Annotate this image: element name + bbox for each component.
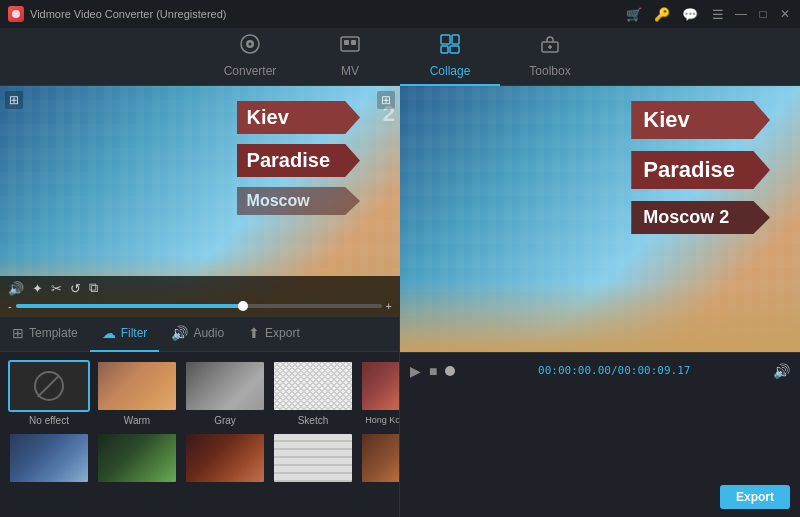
tab-toolbox[interactable]: Toolbox (500, 28, 600, 86)
right-sign-paradise: Paradise (631, 151, 770, 189)
left-panel: Kiev Paradise Moscow 2 ⊞ ⊞ 🔊 ✦ ✂ ↺ ⧉ (0, 86, 400, 517)
filter-hk-thumb[interactable] (360, 360, 399, 412)
filter-r2-4[interactable] (272, 432, 354, 484)
export-tab-icon: ⬆ (248, 325, 260, 341)
right-ctrl-right: 🔊 (773, 363, 790, 379)
stop-icon[interactable]: ■ (429, 363, 437, 379)
time-display: 00:00:00.00/00:00:09.17 (538, 364, 690, 377)
video-controls: 🔊 ✦ ✂ ↺ ⧉ - + (0, 276, 400, 316)
brightness-icon[interactable]: ✦ (32, 281, 43, 296)
right-filter-area: Export (400, 388, 800, 517)
tab-export[interactable]: ⬆ Export (236, 316, 312, 352)
export-tab-label: Export (265, 326, 300, 340)
no-effect-line (37, 375, 60, 398)
sign-paradise: Paradise (237, 144, 360, 177)
progress-bar[interactable] (16, 304, 382, 308)
svg-rect-10 (450, 46, 459, 53)
svg-rect-6 (351, 40, 356, 45)
rotate-icon[interactable]: ↺ (70, 281, 81, 296)
svg-rect-4 (341, 37, 359, 51)
filter-hk[interactable]: Hong Kong Movie (360, 360, 399, 426)
filter-r2-1[interactable] (8, 432, 90, 484)
progress-plus[interactable]: + (386, 300, 392, 312)
filter-hk-label: Hong Kong Movie (365, 415, 399, 425)
tab-mv[interactable]: MV (300, 28, 400, 86)
svg-rect-8 (452, 35, 459, 44)
svg-rect-7 (441, 35, 450, 44)
filter-r2-2[interactable] (96, 432, 178, 484)
template-icon: ⊞ (12, 325, 24, 341)
filter-r2-5-bg (362, 434, 399, 482)
record-dot[interactable] (445, 366, 455, 376)
volume-icon[interactable]: 🔊 (8, 281, 24, 296)
key-icon[interactable]: 🔑 (654, 6, 670, 22)
tab-template[interactable]: ⊞ Template (0, 316, 90, 352)
progress-minus[interactable]: - (8, 300, 12, 312)
filter-sketch-thumb[interactable] (272, 360, 354, 412)
copy-icon[interactable]: ⧉ (89, 280, 98, 296)
filter-r2-5-thumb[interactable] (360, 432, 399, 484)
tab-filter[interactable]: ☁ Filter (90, 316, 160, 352)
audio-icon: 🔊 (171, 325, 188, 341)
svg-rect-9 (441, 46, 448, 53)
filter-label: Filter (121, 326, 148, 340)
nav-bar: Converter MV Collage (0, 28, 800, 86)
filter-r2-2-thumb[interactable] (96, 432, 178, 484)
tab-audio[interactable]: 🔊 Audio (159, 316, 236, 352)
tab-collage[interactable]: Collage (400, 28, 500, 86)
right-beach (400, 282, 800, 352)
right-video-bg: Kiev Paradise Moscow 2 (400, 86, 800, 352)
audio-label: Audio (193, 326, 224, 340)
right-signs: Kiev Paradise Moscow 2 (631, 101, 770, 234)
volume-right-icon[interactable]: 🔊 (773, 363, 790, 379)
app-icon (8, 6, 24, 22)
minimize-button[interactable]: — (734, 7, 748, 21)
right-ctrl-left: ▶ ■ (410, 363, 455, 379)
filter-warm-bg (98, 362, 176, 410)
filter-r2-1-thumb[interactable] (8, 432, 90, 484)
title-bar: Vidmore Video Converter (Unregistered) 🛒… (0, 0, 800, 28)
filter-warm-thumb[interactable] (96, 360, 178, 412)
filter-gray[interactable]: Gray (184, 360, 266, 426)
filter-gray-bg (186, 362, 264, 410)
menu-icon[interactable]: ☰ (710, 6, 726, 22)
filter-no-effect-thumb[interactable] (8, 360, 90, 412)
filter-grid: No effect Warm Gray (0, 352, 399, 517)
filter-row-2 (8, 432, 391, 484)
play-icon[interactable]: ▶ (410, 363, 421, 379)
filter-icon: ☁ (102, 325, 116, 341)
progress-handle[interactable] (238, 301, 248, 311)
right-controls-bar: ▶ ■ 00:00:00.00/00:00:09.17 🔊 (400, 352, 800, 388)
export-button[interactable]: Export (720, 485, 790, 509)
filter-r2-4-bg (274, 434, 352, 482)
svg-point-3 (249, 43, 252, 46)
preview-icon-tl: ⊞ (5, 91, 23, 109)
controls-icons: 🔊 ✦ ✂ ↺ ⧉ (8, 280, 392, 296)
close-button[interactable]: ✕ (778, 7, 792, 21)
no-effect-circle (34, 371, 64, 401)
filter-r2-4-thumb[interactable] (272, 432, 354, 484)
signs-container: Kiev Paradise Moscow (237, 101, 360, 215)
filter-gray-thumb[interactable] (184, 360, 266, 412)
right-panel: Kiev Paradise Moscow 2 ▶ ■ 00:00:00.00/0… (400, 86, 800, 517)
tabs-row: ⊞ Template ☁ Filter 🔊 Audio ⬆ Export (0, 316, 399, 352)
filter-sketch-bg (274, 362, 352, 410)
filter-r2-5[interactable] (360, 432, 399, 484)
right-sign-kiev: Kiev (631, 101, 770, 139)
collage-label: Collage (430, 64, 471, 78)
scissors-icon[interactable]: ✂ (51, 281, 62, 296)
filter-sketch[interactable]: Sketch (272, 360, 354, 426)
cart-icon[interactable]: 🛒 (626, 6, 642, 22)
filter-r2-3[interactable] (184, 432, 266, 484)
filter-no-effect[interactable]: No effect (8, 360, 90, 426)
filter-warm[interactable]: Warm (96, 360, 178, 426)
filter-r2-3-thumb[interactable] (184, 432, 266, 484)
app-title: Vidmore Video Converter (Unregistered) (30, 8, 226, 20)
right-sign-moscow: Moscow 2 (631, 201, 770, 234)
chat-icon[interactable]: 💬 (682, 6, 698, 22)
progress-fill (16, 304, 243, 308)
tab-converter[interactable]: Converter (200, 28, 300, 86)
maximize-button[interactable]: □ (756, 7, 770, 21)
filter-r2-2-bg (98, 434, 176, 482)
filter-row-1: No effect Warm Gray (8, 360, 391, 426)
